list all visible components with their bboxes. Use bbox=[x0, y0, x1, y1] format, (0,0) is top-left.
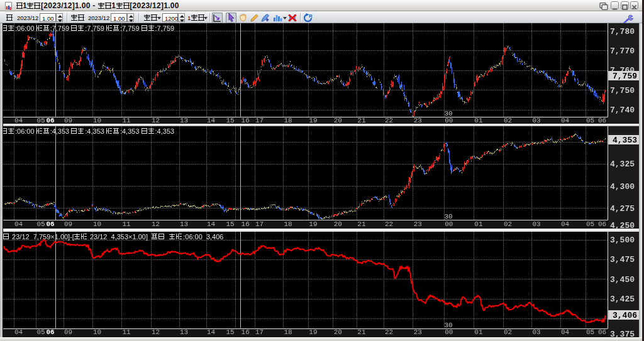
svg-text:R: R bbox=[309, 13, 313, 19]
